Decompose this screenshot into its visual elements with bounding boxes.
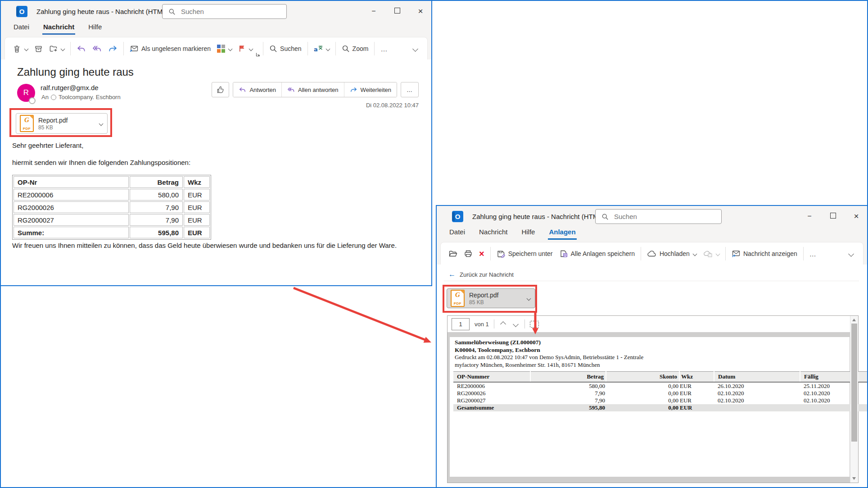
table-row: RG2000026 7,90 0,00 EUR 02.10.2020 02.10… <box>453 390 868 397</box>
page-number-input[interactable] <box>452 318 470 330</box>
forward-button[interactable]: Weiterleiten <box>344 82 397 97</box>
thumbs-up-icon <box>216 86 225 94</box>
ribbon-search-button[interactable]: Suchen <box>266 42 304 55</box>
move-folder-icon <box>49 45 58 53</box>
table-header-row: OP-Nummer Betrag Skonto Wkz Datum Fällig <box>453 372 868 383</box>
preview-scrollbar[interactable] <box>850 316 858 483</box>
minimize-button[interactable]: − <box>805 212 814 220</box>
reply-button[interactable] <box>73 42 89 56</box>
move-dropdown-icon[interactable] <box>61 46 65 51</box>
pdf-page: Sammelüberweisung (ZL000007) K00004, Too… <box>450 337 850 477</box>
archive-button[interactable] <box>31 42 46 56</box>
sender-email[interactable]: ralf.rutger@gmx.de <box>41 84 99 91</box>
cloud-copy-icon <box>703 250 713 257</box>
minimize-button[interactable]: − <box>369 7 378 15</box>
attachment-toolbar: × Speichern unter Alle Anlagen speichern… <box>440 242 863 265</box>
search-input[interactable] <box>613 212 692 221</box>
forward-button[interactable] <box>105 42 121 56</box>
toolbar-divider <box>307 42 308 55</box>
open-button[interactable] <box>445 247 461 260</box>
ribbon-more-button[interactable]: … <box>377 42 391 55</box>
tab-nachricht[interactable]: Nachricht <box>478 227 508 240</box>
delete-attachment-button[interactable]: × <box>476 247 488 260</box>
screenshot-canvas: O Zahlung ging heute raus - Nachricht (H… <box>0 0 868 488</box>
flag-dropdown-icon[interactable] <box>249 46 253 51</box>
ribbon-collapse-icon[interactable] <box>848 251 854 257</box>
previous-page-icon[interactable] <box>500 321 506 327</box>
save-as-button[interactable]: Speichern unter <box>493 247 556 260</box>
zoom-magnifier-icon <box>342 45 350 53</box>
tab-nachricht[interactable]: Nachricht <box>42 22 75 35</box>
categorize-button[interactable] <box>214 42 235 55</box>
scrollbar-thumb[interactable] <box>851 324 857 442</box>
tab-hilfe[interactable]: Hilfe <box>87 22 103 35</box>
attachment-dropdown-icon[interactable] <box>99 121 104 126</box>
like-button[interactable] <box>212 82 229 97</box>
next-page-icon[interactable] <box>513 321 519 327</box>
titlebar-search[interactable] <box>595 209 722 224</box>
mark-unread-button[interactable]: Als ungelesen markieren <box>127 42 214 55</box>
back-to-message-link[interactable]: ← Zurück zur Nachricht <box>448 270 514 278</box>
reply-all-button[interactable] <box>89 42 105 56</box>
unread-envelope-icon <box>130 45 139 53</box>
titlebar-search[interactable] <box>162 4 287 19</box>
maximize-button[interactable] <box>393 7 402 15</box>
attachment-dropdown-icon[interactable] <box>527 296 531 301</box>
scroll-up-icon[interactable] <box>852 319 856 321</box>
show-message-envelope-icon <box>732 250 741 258</box>
save-all-button[interactable]: Alle Anlagen speichern <box>556 247 638 260</box>
search-input[interactable] <box>180 7 258 16</box>
toolbar-divider <box>725 247 726 260</box>
translate-dropdown-icon[interactable] <box>326 46 330 51</box>
tab-hilfe[interactable]: Hilfe <box>520 227 536 240</box>
upload-button[interactable]: Hochladen <box>644 247 700 260</box>
categorize-dropdown-icon[interactable] <box>228 46 233 51</box>
table-total-row: Gesamtsumme 595,80 0,00 EUR <box>453 404 868 411</box>
recipient-name[interactable]: Toolcompany. Eschborn <box>59 94 121 100</box>
attachment-chip[interactable]: G PDF Report.pdf 85 KB <box>16 113 108 134</box>
divider <box>444 281 859 281</box>
close-button[interactable]: × <box>416 6 425 16</box>
attachment-size: 85 KB <box>38 124 68 131</box>
message-subject: Zahlung ging heute raus <box>17 66 134 78</box>
pdf-doc-header: Sammelüberweisung (ZL000007) K00004, Too… <box>455 339 643 369</box>
translate-button[interactable]: a <box>311 42 333 55</box>
maximize-button[interactable] <box>828 212 837 220</box>
reply-button[interactable]: Antworten <box>233 82 281 97</box>
intro-text: hiermit senden wir Ihnen die folgenden Z… <box>12 159 190 166</box>
delete-button[interactable] <box>9 42 31 56</box>
titlebar: O Zahlung ging heute raus - Nachricht (H… <box>1 1 431 22</box>
show-message-label: Nachricht anzeigen <box>743 250 797 257</box>
zoom-button[interactable]: Zoom <box>339 42 372 55</box>
save-as-icon <box>497 250 506 258</box>
flag-button[interactable] <box>235 42 256 55</box>
show-message-button[interactable]: Nachricht anzeigen <box>728 247 800 260</box>
svg-text:a: a <box>314 46 318 53</box>
move-button[interactable] <box>46 42 68 56</box>
tab-datei[interactable]: Datei <box>13 22 30 35</box>
reply-all-button[interactable]: Allen antworten <box>281 82 344 97</box>
fit-to-window-icon[interactable] <box>530 321 539 328</box>
tab-anlagen[interactable]: Anlagen <box>548 227 576 240</box>
print-button[interactable] <box>461 247 476 260</box>
window-controls: − × <box>805 206 861 227</box>
tags-dialog-launcher-icon[interactable] <box>256 51 260 58</box>
close-button[interactable]: × <box>852 211 861 221</box>
delete-dropdown-icon[interactable] <box>24 46 29 51</box>
ribbon-collapse-icon[interactable] <box>412 46 418 52</box>
message-pane: Zahlung ging heute raus R ralf.rutger@gm… <box>1 59 431 285</box>
scroll-down-icon[interactable] <box>852 477 856 480</box>
presence-badge <box>29 97 36 104</box>
translate-icon: a <box>314 45 323 53</box>
upload-label: Hochladen <box>660 250 690 257</box>
upload-dropdown-icon[interactable] <box>692 251 697 256</box>
tab-datei[interactable]: Datei <box>448 227 466 240</box>
copy-to-cloud-button-disabled[interactable] <box>700 247 723 260</box>
col-skonto: Skonto <box>606 372 679 383</box>
ribbon-more-button[interactable]: … <box>806 247 820 260</box>
message-more-button[interactable]: … <box>401 82 419 97</box>
zoom-label: Zoom <box>353 45 369 52</box>
save-as-label: Speichern unter <box>508 250 553 257</box>
attachment-chip-selected[interactable]: G PDF Report.pdf 85 KB <box>447 288 535 308</box>
search-icon <box>168 8 176 15</box>
